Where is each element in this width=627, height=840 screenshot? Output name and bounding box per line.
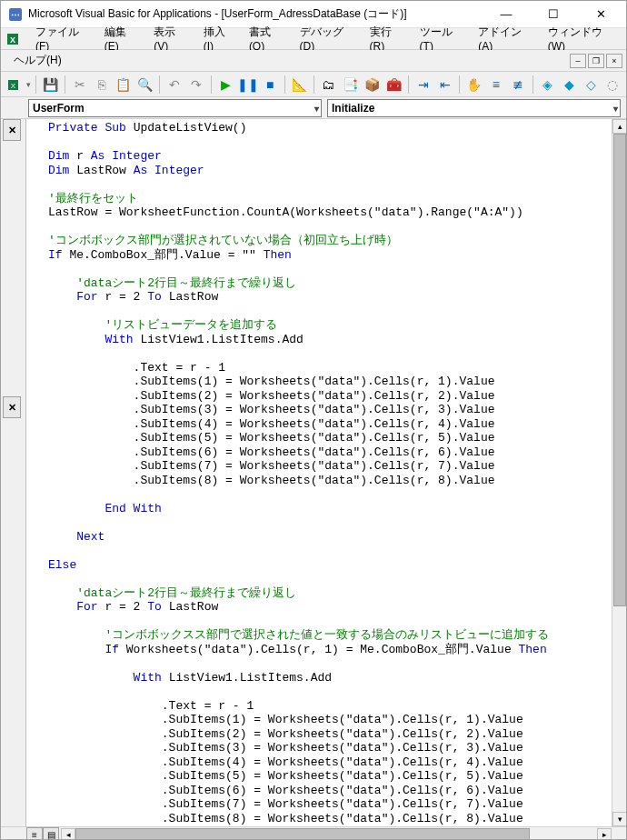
menubar-row2: ヘルプ(H) – ❐ × xyxy=(1,50,626,72)
dropdown-bar: UserForm ▾ Initialize ▾ xyxy=(1,97,626,119)
chevron-down-icon: ▾ xyxy=(314,104,319,114)
design-mode-icon[interactable]: 📐 xyxy=(290,75,309,95)
toolbox-icon[interactable]: 🧰 xyxy=(384,75,403,95)
run-icon[interactable]: ▶ xyxy=(216,75,235,95)
redo-icon[interactable]: ↷ xyxy=(187,75,206,95)
full-module-view-button[interactable]: ▤ xyxy=(43,827,59,840)
comment-block-icon[interactable]: ≡ xyxy=(486,75,505,95)
scroll-up-icon[interactable]: ▴ xyxy=(612,119,626,134)
procedure-dropdown[interactable]: Initialize ▾ xyxy=(327,99,621,117)
child-minimize-button[interactable]: – xyxy=(570,54,586,68)
menu-help[interactable]: ヘルプ(H) xyxy=(6,51,69,70)
save-icon[interactable]: 💾 xyxy=(41,75,60,95)
bottom-bar: ≡ ▤ ◂ ▸ xyxy=(1,826,626,840)
scroll-thumb-v[interactable] xyxy=(613,134,626,606)
object-browser-icon[interactable]: 📦 xyxy=(363,75,382,95)
bookmark-next-icon[interactable]: ◆ xyxy=(560,75,579,95)
window-title: Microsoft Visual Basic for Applications … xyxy=(28,6,488,22)
bookmark-prev-icon[interactable]: ◇ xyxy=(582,75,601,95)
object-dropdown[interactable]: UserForm ▾ xyxy=(28,99,322,117)
cut-icon[interactable]: ✂ xyxy=(70,75,89,95)
bookmark-clear-icon[interactable]: ◌ xyxy=(603,75,622,95)
gutter-close-1[interactable]: ✕ xyxy=(3,119,21,141)
copy-icon[interactable]: ⎘ xyxy=(92,75,111,95)
find-icon[interactable]: 🔍 xyxy=(135,75,154,95)
bookmark-toggle-icon[interactable]: ◈ xyxy=(537,75,556,95)
project-explorer-icon[interactable]: 🗂 xyxy=(319,75,338,95)
object-dropdown-value: UserForm xyxy=(33,102,85,115)
uncomment-block-icon[interactable]: ≢ xyxy=(508,75,527,95)
procedure-dropdown-value: Initialize xyxy=(332,102,374,115)
vertical-scrollbar[interactable]: ▴ ▾ xyxy=(612,119,626,826)
code-editor[interactable]: Private Sub UpdateListView() Dim r As In… xyxy=(26,119,626,826)
menubar: X ファイル(F) 編集(E) 表示(V) 挿入(I) 書式(O) デバッグ(D… xyxy=(1,28,626,50)
app-icon: ⋯ xyxy=(8,7,23,22)
horizontal-scrollbar[interactable]: ◂ ▸ xyxy=(61,827,612,840)
scroll-thumb-h[interactable] xyxy=(75,828,530,840)
svg-text:X: X xyxy=(10,82,15,90)
scroll-right-icon[interactable]: ▸ xyxy=(597,828,612,840)
reset-icon[interactable]: ■ xyxy=(261,75,280,95)
procedure-view-button[interactable]: ≡ xyxy=(26,827,43,840)
svg-text:⋯: ⋯ xyxy=(11,10,20,20)
scroll-left-icon[interactable]: ◂ xyxy=(61,828,75,840)
view-excel-icon[interactable]: X xyxy=(5,75,24,95)
break-icon[interactable]: ❚❚ xyxy=(238,75,258,95)
toolbar: X ▾ 💾 ✂ ⎘ 📋 🔍 ↶ ↷ ▶ ❚❚ ■ 📐 🗂 📑 📦 🧰 ⇥ ⇤ ✋… xyxy=(1,72,626,97)
gutter-close-2[interactable]: ✕ xyxy=(3,396,21,418)
child-restore-button[interactable]: ❐ xyxy=(588,54,604,68)
properties-window-icon[interactable]: 📑 xyxy=(341,75,360,95)
paste-icon[interactable]: 📋 xyxy=(114,75,133,95)
svg-text:X: X xyxy=(10,35,15,45)
indent-icon[interactable]: ⇥ xyxy=(413,75,433,95)
chevron-down-icon: ▾ xyxy=(613,104,618,114)
left-gutter: ✕ ✕ xyxy=(1,119,26,826)
code-content[interactable]: Private Sub UpdateListView() Dim r As In… xyxy=(26,119,626,826)
child-close-button[interactable]: × xyxy=(606,54,622,68)
scroll-down-icon[interactable]: ▾ xyxy=(612,812,626,826)
outdent-icon[interactable]: ⇤ xyxy=(435,75,454,95)
excel-icon[interactable]: X xyxy=(6,31,23,47)
breakpoint-icon[interactable]: ✋ xyxy=(464,75,483,95)
undo-icon[interactable]: ↶ xyxy=(164,75,184,95)
